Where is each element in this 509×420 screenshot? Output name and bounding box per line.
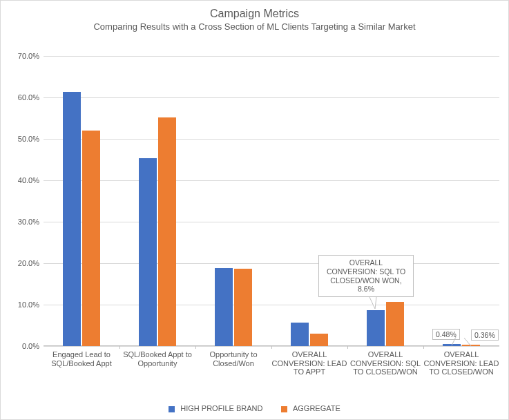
svg-line-0 [452,337,456,345]
legend-swatch-icon [169,406,175,412]
chart-title: Campaign Metrics [1,8,508,20]
category-slot: OVERALL CONVERSION: LEAD TO APPT [271,56,347,346]
category-label: OVERALL CONVERSION: SQL TO CLOSED/WON [347,346,423,376]
x-tick [271,346,272,349]
bar [215,268,233,346]
bar [139,158,157,346]
y-tick-label: 20.0% [9,259,39,267]
plot-area: 0.0%10.0%20.0%30.0%40.0%50.0%60.0%70.0%E… [44,56,499,346]
y-tick-label: 40.0% [9,176,39,184]
y-tick-label: 50.0% [9,135,39,143]
y-tick-label: 30.0% [9,218,39,226]
y-tick-label: 0.0% [9,342,39,350]
x-tick [119,346,120,349]
leader-line-icon [461,338,475,347]
category-slot: Opportunity to Closed/Won [195,56,271,346]
bar [291,323,309,346]
legend-label-0: HIGH PROFILE BRAND [180,404,262,412]
bar [386,302,404,346]
bar [234,269,252,346]
callout: OVERALL CONVERSION: SQL TO CLOSED/WON WO… [318,255,414,296]
bar [158,117,176,346]
bar [82,131,100,346]
category-slot: OVERALL CONVERSION: LEAD TO CLOSED/WON [423,56,499,346]
x-tick [347,346,348,349]
category-slot: Engaged Lead to SQL/Booked Appt [44,56,119,346]
y-tick-label: 10.0% [9,300,39,309]
svg-line-1 [464,338,471,346]
bar [310,334,328,346]
x-tick [195,346,196,349]
legend-item-0: HIGH PROFILE BRAND [169,404,262,412]
chart-subtitle: Comparing Results with a Cross Section o… [1,21,508,32]
leader-line-icon [448,337,461,347]
category-label: Opportunity to Closed/Won [195,346,271,368]
legend: HIGH PROFILE BRAND AGGREGATE [1,404,508,412]
category-label: OVERALL CONVERSION: LEAD TO APPT [271,346,347,376]
bar [63,92,81,346]
title-block: Campaign Metrics Comparing Results with … [1,1,508,32]
chart-container: Campaign Metrics Comparing Results with … [0,0,509,420]
y-tick-label: 60.0% [9,93,39,102]
legend-label-1: AGGREGATE [293,404,340,412]
y-tick-label: 70.0% [9,52,39,60]
legend-item-1: AGGREGATE [281,404,340,412]
x-tick [423,346,424,349]
legend-swatch-icon [281,406,287,412]
category-label: SQL/Booked Appt to Opportunity [119,346,195,368]
category-slot: SQL/Booked Appt to Opportunity [119,56,195,346]
category-label: Engaged Lead to SQL/Booked Appt [44,346,119,368]
category-label: OVERALL CONVERSION: LEAD TO CLOSED/WON [423,346,499,376]
bar [367,310,385,346]
